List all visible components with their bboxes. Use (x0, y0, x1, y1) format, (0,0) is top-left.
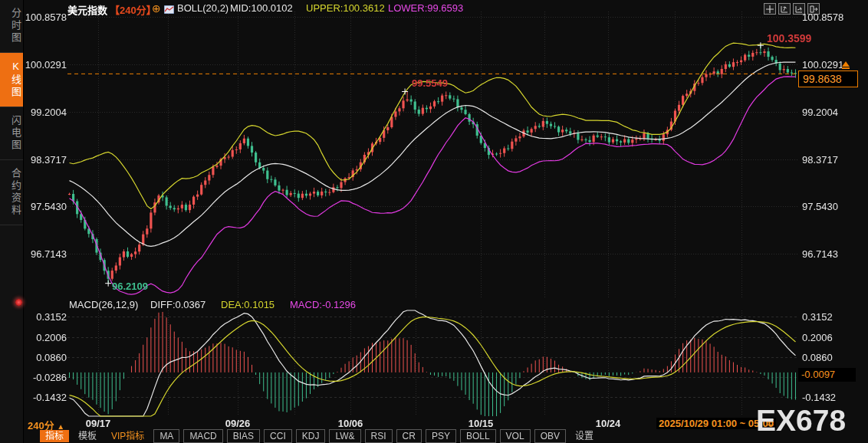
macd-tick-left: 0.2006 (23, 332, 67, 343)
crosshair-icon[interactable] (764, 3, 776, 15)
price-tick-right: 99.2004 (802, 107, 866, 118)
record-dot-icon (15, 299, 22, 306)
toolbar-item-LW&[interactable]: LW& (329, 429, 360, 443)
toolbar-item-MA[interactable]: MA (153, 429, 179, 443)
macd-dea-value: DEA:0.1015 (221, 299, 275, 310)
macd-tick-right: 0.3152 (802, 311, 866, 323)
toolbar-item-BOLL[interactable]: BOLL (460, 429, 496, 443)
price-tick-left: 100.0291 (23, 59, 67, 71)
toolbar-item-模板[interactable]: 模板 (73, 430, 102, 442)
macd-diff-value: DIFF:0.0367 (150, 299, 205, 310)
toolbar-item-CCI[interactable]: CCI (264, 429, 292, 443)
macd-tick-left: 0.0860 (23, 352, 67, 363)
date-label: 09/17 (86, 418, 111, 429)
high-annotation: 100.3599 (767, 32, 811, 44)
toolbar-item-指标[interactable]: 指标 (40, 430, 69, 442)
toolbar-item-RSI[interactable]: RSI (365, 429, 393, 443)
axis-zoom-vertical-icon[interactable] (778, 3, 791, 15)
low-annotation: 96.2109 (112, 281, 148, 292)
date-label: 10/06 (338, 418, 363, 429)
price-tick-left: 96.7143 (23, 248, 67, 260)
boll-upper-value: UPPER:100.3612 (306, 2, 385, 14)
price-tick-left: 100.8578 (23, 11, 67, 23)
macd-bar-value: MACD:-0.1296 (290, 299, 356, 310)
kline-chart-window: 分时图K线图闪电图合约资料 美元指数 【240分】 ⊕ BOLL(20,2) M… (0, 0, 868, 443)
price-up-arrow-base (842, 67, 850, 69)
macd-tick-left: -0.1432 (23, 392, 67, 403)
sidebar-tab-K线图[interactable]: K线图 (0, 53, 23, 107)
current-macd-box: -0.0097 (798, 368, 856, 382)
price-tick-right: 100.8578 (802, 11, 866, 23)
toolbar-item-OBV[interactable]: OBV (534, 429, 566, 443)
boll-title: BOLL(20,2) (177, 2, 229, 14)
sidebar-tab-闪电图[interactable]: 闪电图 (0, 107, 23, 160)
price-tick-right: 96.7143 (802, 248, 866, 260)
macd-tick-right: -0.1432 (802, 392, 866, 403)
chart-plot-area[interactable] (0, 0, 868, 443)
toolbar-item-VOL[interactable]: VOL (500, 429, 531, 443)
watermark: EX678 (756, 404, 846, 438)
toolbar-item-VIP指标[interactable]: VIP指标 (106, 430, 150, 442)
price-tick-left: 99.2004 (23, 107, 67, 118)
toolbar-item-BIAS[interactable]: BIAS (227, 429, 260, 443)
macd-title: MACD(26,12,9) (69, 299, 138, 310)
toolbar-item-PSY[interactable]: PSY (426, 429, 456, 443)
price-tick-right: 98.3717 (802, 154, 866, 166)
symbol-title: 美元指数 (67, 2, 107, 17)
macd-tick-right: 0.0860 (802, 352, 866, 363)
macd-tick-left: 0.3152 (23, 311, 67, 323)
mid-peak-annotation: 99.5549 (412, 77, 448, 89)
macd-tick-right: 0.2006 (802, 332, 866, 343)
toolbar-item-设置[interactable]: 设置 (570, 430, 599, 442)
price-tick-left: 97.5430 (23, 201, 67, 212)
toolbar-item-CR[interactable]: CR (396, 429, 422, 443)
date-label: 09/26 (225, 418, 251, 429)
date-label: 10/24 (596, 418, 621, 429)
boll-lower-value: LOWER:99.6593 (388, 2, 463, 14)
price-tick-right: 100.0291 (802, 59, 866, 71)
price-tick-right: 97.5430 (802, 201, 866, 212)
macd-tick-left: -0.0286 (23, 372, 67, 383)
period-badge[interactable]: 【240分】 (110, 2, 156, 17)
boll-mid-value: MID:100.0102 (230, 2, 293, 14)
chart-type-sidebar: 分时图K线图闪电图合约资料 (0, 0, 24, 443)
price-up-arrow-icon (842, 61, 850, 67)
price-tick-left: 98.3717 (23, 154, 67, 166)
sidebar-tab-分时图[interactable]: 分时图 (0, 0, 23, 53)
toolbar-item-MACD[interactable]: MACD (183, 429, 222, 443)
sidebar-tab-合约资料[interactable]: 合约资料 (0, 160, 23, 225)
toolbar-item-KDJ[interactable]: KDJ (296, 429, 326, 443)
indicator-toolbar: 指标模板VIP指标MAMACDBIASCCIKDJLW&RSICRPSYBOLL… (40, 429, 599, 443)
date-label: 10/15 (469, 418, 494, 429)
mini-chart-icon (164, 3, 174, 15)
current-price-box: 99.8638 (798, 71, 858, 87)
add-indicator-icon[interactable]: ⊕ (152, 2, 161, 15)
